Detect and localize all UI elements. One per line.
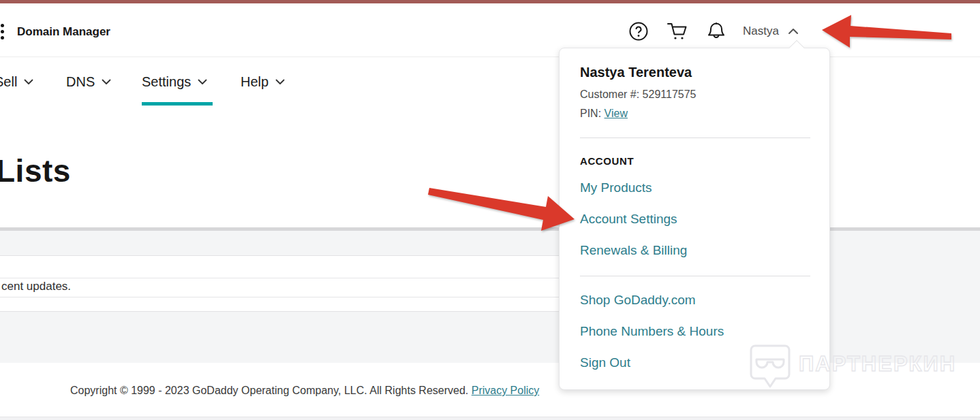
privacy-policy-link[interactable]: Privacy Policy (472, 385, 540, 396)
account-section-label: ACCOUNT (580, 155, 634, 167)
chevron-down-icon (275, 79, 285, 85)
bell-icon[interactable] (706, 21, 726, 42)
app-header: Domain Manager Nastya (0, 3, 980, 57)
chevron-down-icon (102, 79, 111, 85)
nav-label: Settings (142, 74, 191, 90)
chevron-down-icon (198, 79, 207, 85)
chevron-down-icon (24, 79, 33, 85)
nav-label: DNS (66, 74, 95, 90)
pin-label: PIN: (580, 108, 601, 119)
menu-dots-icon[interactable] (1, 24, 4, 39)
page: Domain Manager Nastya (0, 0, 980, 420)
nav-item-dns[interactable]: DNS (66, 74, 111, 90)
help-icon[interactable] (628, 21, 649, 42)
empty-state-message: cent updates. (1, 280, 71, 293)
pin-row: PIN: View (580, 108, 628, 120)
account-dropdown: Nastya Terenteva Customer #: 529117575 P… (559, 48, 830, 390)
nav-item-settings[interactable]: Settings (142, 74, 207, 90)
menu-item-sign-out[interactable]: Sign Out (580, 355, 630, 371)
nav-item-help[interactable]: Help (241, 74, 285, 90)
menu-item-phone-numbers[interactable]: Phone Numbers & Hours (580, 323, 724, 340)
dropdown-divider (580, 138, 810, 138)
user-menu-button[interactable]: Nastya (743, 25, 779, 38)
chevron-up-icon (788, 28, 799, 35)
menu-item-shop-godaddy[interactable]: Shop GoDaddy.com (580, 292, 696, 308)
nav-item-sell[interactable]: Sell (0, 74, 33, 90)
arrow-to-account-settings (428, 188, 575, 231)
menu-item-renewals-billing[interactable]: Renewals & Billing (580, 242, 687, 259)
active-tab-underline (142, 102, 213, 106)
pin-view-link[interactable]: View (604, 108, 628, 119)
menu-item-account-settings[interactable]: Account Settings (580, 211, 677, 227)
app-title: Domain Manager (17, 25, 110, 39)
bottom-strip (0, 417, 980, 420)
page-title: Lists (0, 152, 71, 189)
copyright-text: Copyright © 1999 - 2023 GoDaddy Operatin… (70, 385, 468, 396)
menu-item-my-products[interactable]: My Products (580, 180, 652, 196)
nav-label: Help (241, 74, 269, 90)
dropdown-divider (580, 276, 810, 276)
nav-label: Sell (0, 74, 17, 90)
customer-number: Customer #: 529117575 (580, 88, 696, 101)
account-full-name: Nastya Terenteva (580, 65, 692, 80)
cart-icon[interactable] (667, 21, 688, 42)
footer-copyright: Copyright © 1999 - 2023 GoDaddy Operatin… (70, 385, 539, 397)
